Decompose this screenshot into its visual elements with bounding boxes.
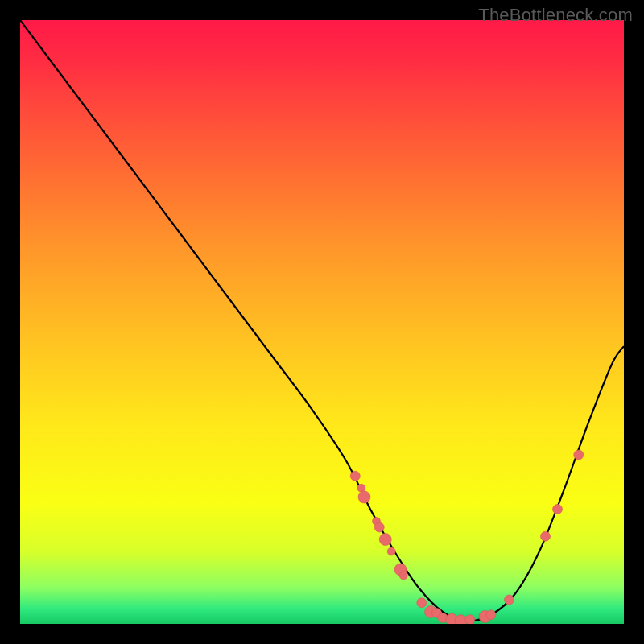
- data-marker: [350, 471, 360, 481]
- chart-svg: [20, 20, 624, 624]
- plot-area: [20, 20, 624, 624]
- data-marker: [379, 534, 391, 546]
- data-marker: [486, 610, 496, 620]
- data-marker: [505, 595, 514, 605]
- data-marker: [574, 450, 584, 460]
- data-marker: [399, 572, 407, 580]
- data-marker: [553, 505, 563, 514]
- data-markers: [350, 450, 584, 624]
- data-marker: [358, 491, 370, 503]
- watermark-text: TheBottleneck.com: [478, 5, 633, 26]
- data-marker: [465, 615, 475, 624]
- data-marker: [541, 531, 551, 541]
- bottleneck-curve: [20, 20, 624, 621]
- data-marker: [387, 547, 395, 555]
- data-marker: [417, 598, 427, 608]
- data-marker: [374, 522, 384, 532]
